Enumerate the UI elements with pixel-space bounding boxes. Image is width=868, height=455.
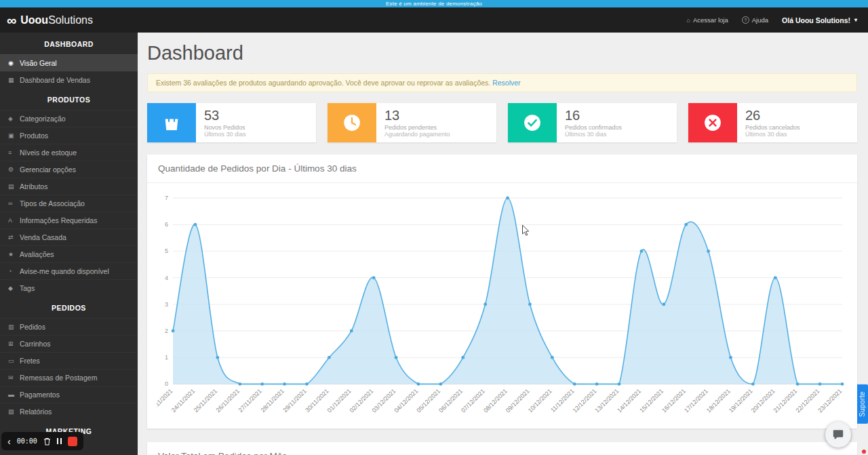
user-menu[interactable]: Olá Uoou Solutions! ▾ <box>782 16 857 24</box>
sidebar-item-relatorios[interactable]: ▧Relatórios <box>0 403 138 420</box>
sidebar-item-label: Informações Requeridas <box>20 216 97 224</box>
sidebar-item-label: Remessas de Postagem <box>20 374 97 382</box>
sidebar-item-niveis-de-estoque[interactable]: ≡Níveis de estoque <box>0 144 138 161</box>
stat-value: 16 <box>565 108 622 123</box>
stat-sublabel: Aguardando pagamento <box>384 131 450 138</box>
svg-text:27/11/2021: 27/11/2021 <box>237 388 264 414</box>
chat-icon <box>832 429 844 441</box>
stat-body: 53Novos PedidosÚltimos 30 dias <box>196 103 254 142</box>
monthly-total-card: Valor Total em Pedidos por Mês <box>147 442 857 455</box>
resolver-link[interactable]: Resolver <box>492 79 520 87</box>
box-icon: ▣ <box>8 132 20 139</box>
stat-card-pedidos-cancelados: 26Pedidos canceladosÚltimos 30 dias <box>688 103 857 142</box>
pause-recording-button[interactable] <box>57 438 62 444</box>
truck-icon: ▭ <box>8 357 20 364</box>
sidebar-item-dashboard-de-vendas[interactable]: ▦Dashboard de Vendas <box>0 71 138 88</box>
sidebar-item-label: Avaliações <box>20 250 54 258</box>
stat-label: Pedidos pendentes <box>384 124 450 131</box>
sidebar-section-pedidos: PEDIDOS <box>0 296 138 318</box>
sidebar-item-label: Gerenciar opções <box>20 165 76 174</box>
sidebar-item-remessas-de-postagem[interactable]: ✉Remessas de Postagem <box>0 369 138 386</box>
check-circle-icon <box>508 103 557 142</box>
sitemap-icon: ◈ <box>8 115 20 122</box>
stat-card-novos-pedidos: 53Novos PedidosÚltimos 30 dias <box>147 103 316 142</box>
sidebar-item-fretes[interactable]: ▭Fretes <box>0 352 138 369</box>
clipboard-icon: ▥ <box>8 323 20 330</box>
stat-sublabel: Últimos 30 dias <box>745 131 800 138</box>
delete-recording-button[interactable] <box>43 437 51 446</box>
svg-text:29/11/2021: 29/11/2021 <box>281 388 308 414</box>
orders-chart-area: 0123456723/11/202124/11/202125/11/202126… <box>147 183 857 429</box>
trash-icon <box>43 437 51 446</box>
stat-label: Pedidos cancelados <box>745 124 800 131</box>
font-icon: A <box>8 217 20 224</box>
stat-sublabel: Últimos 30 dias <box>565 131 622 138</box>
sidebar-item-tags[interactable]: ◆Tags <box>0 279 138 296</box>
help-link[interactable]: ? Ajuda <box>742 16 768 24</box>
stat-value: 26 <box>745 108 800 123</box>
sidebar-item-pagamentos[interactable]: ▬Pagamentos <box>0 386 138 403</box>
help-link-label: Ajuda <box>752 16 768 24</box>
chat-widget-button[interactable] <box>825 422 851 448</box>
stat-value: 13 <box>384 108 450 123</box>
sidebar-item-avise-me-quando-disponivel[interactable]: ◔Avise-me quando disponível <box>0 262 138 279</box>
sidebar-item-label: Pagamentos <box>20 391 60 399</box>
sidebar-item-carrinhos[interactable]: ⊞Carrinhos <box>0 335 138 352</box>
demo-environment-banner: Este é um ambiente de demonstração <box>0 0 868 7</box>
svg-text:26/11/2021: 26/11/2021 <box>215 388 241 414</box>
chart-icon: ▦ <box>8 77 20 83</box>
logo[interactable]: ∞ UoouSolutions <box>7 14 93 27</box>
sidebar-item-venda-casada[interactable]: ⇄Venda Casada <box>0 229 138 245</box>
stop-recording-button[interactable] <box>68 437 77 446</box>
sidebar-item-produtos[interactable]: ▣Produtos <box>0 127 138 144</box>
collapse-chevron-icon[interactable]: ‹ <box>7 437 11 446</box>
layers-icon: ≡ <box>8 149 20 156</box>
sidebar-item-gerenciar-opcoes[interactable]: ⚙Gerenciar opções <box>0 161 138 178</box>
mail-icon: ✉ <box>8 374 20 381</box>
stat-card-pedidos-confirmados: 16Pedidos confirmadosÚltimos 30 dias <box>508 103 677 142</box>
app-header: ∞ UoouSolutions ⌂ Acessar loja ? Ajuda O… <box>0 7 868 33</box>
shopping-bag-icon <box>147 103 196 142</box>
shuffle-icon: ⇄ <box>8 234 20 241</box>
x-circle-icon <box>688 103 737 142</box>
main-content: Dashboard Existem 36 avaliações de produ… <box>138 33 868 455</box>
list-icon: ▤ <box>8 183 20 190</box>
stat-label: Pedidos confirmados <box>565 124 622 131</box>
sidebar-section-dashboard: DASHBOARD <box>0 33 138 54</box>
uoou-logo-icon: ∞ <box>7 14 16 27</box>
eye-icon: ◉ <box>8 60 20 66</box>
sidebar-item-pedidos[interactable]: ▥Pedidos <box>0 318 138 335</box>
sidebar-item-tipos-de-associacao[interactable]: ∞Tipos de Associação <box>0 195 138 212</box>
svg-text:0: 0 <box>165 380 168 387</box>
sidebar-nav: DASHBOARD◉Visão Geral▦Dashboard de Venda… <box>0 33 138 455</box>
clock-icon <box>328 103 376 142</box>
stat-value: 53 <box>204 108 246 123</box>
store-link[interactable]: ⌂ Acessar loja <box>687 16 728 24</box>
sidebar-item-label: Venda Casada <box>20 233 66 241</box>
svg-text:5: 5 <box>165 248 168 254</box>
sidebar-item-atributos[interactable]: ▤Atributos <box>0 178 138 195</box>
monthly-total-title: Valor Total em Pedidos por Mês <box>147 442 857 455</box>
app-body: DASHBOARD◉Visão Geral▦Dashboard de Venda… <box>0 33 868 455</box>
stat-label: Novos Pedidos <box>204 124 246 131</box>
sidebar-item-visao-geral[interactable]: ◉Visão Geral <box>0 54 138 71</box>
card-icon: ▬ <box>8 391 20 398</box>
sidebar-item-categorizacao[interactable]: ◈Categorização <box>0 110 138 127</box>
logo-text: UoouSolutions <box>20 14 93 26</box>
sidebar-item-informacoes-requeridas[interactable]: AInformações Requeridas <box>0 212 138 229</box>
sidebar-item-label: Visão Geral <box>20 59 57 67</box>
screen-recorder-bar: ‹ 00:00 <box>1 432 83 450</box>
support-tab[interactable]: Suporte <box>857 384 868 424</box>
link-icon: ∞ <box>8 200 20 207</box>
svg-text:7: 7 <box>165 195 168 201</box>
svg-text:10/12/2021: 10/12/2021 <box>527 388 553 414</box>
stat-body: 26Pedidos canceladosÚltimos 30 dias <box>737 103 808 142</box>
svg-text:3: 3 <box>165 301 168 308</box>
sidebar-item-avaliacoes[interactable]: ★Avaliações <box>0 245 138 262</box>
approval-alert: Existem 36 avaliações de produtos aguard… <box>147 73 857 92</box>
store-icon: ⌂ <box>687 17 690 24</box>
stat-body: 16Pedidos confirmadosÚltimos 30 dias <box>557 103 630 142</box>
report-icon: ▧ <box>8 408 20 415</box>
store-link-label: Acessar loja <box>693 16 728 24</box>
stat-card-pedidos-pendentes: 13Pedidos pendentesAguardando pagamento <box>328 103 496 142</box>
